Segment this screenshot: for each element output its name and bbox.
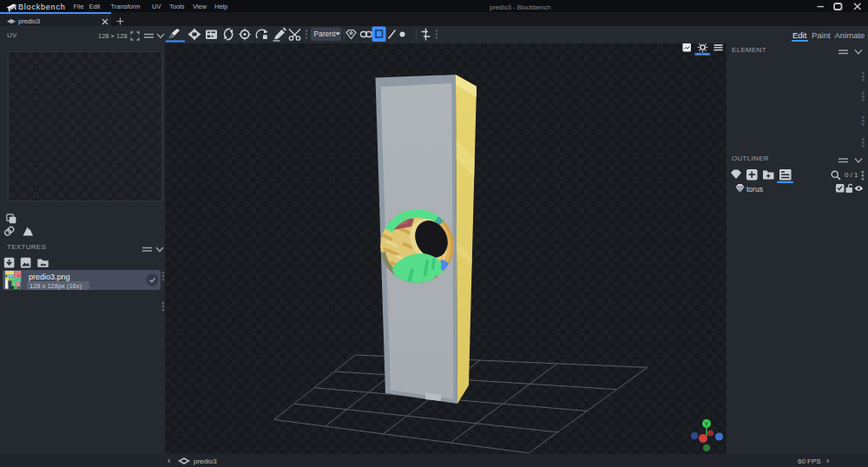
svg-text:Y: Y — [705, 421, 709, 427]
svg-text:Parent: Parent — [314, 30, 337, 38]
